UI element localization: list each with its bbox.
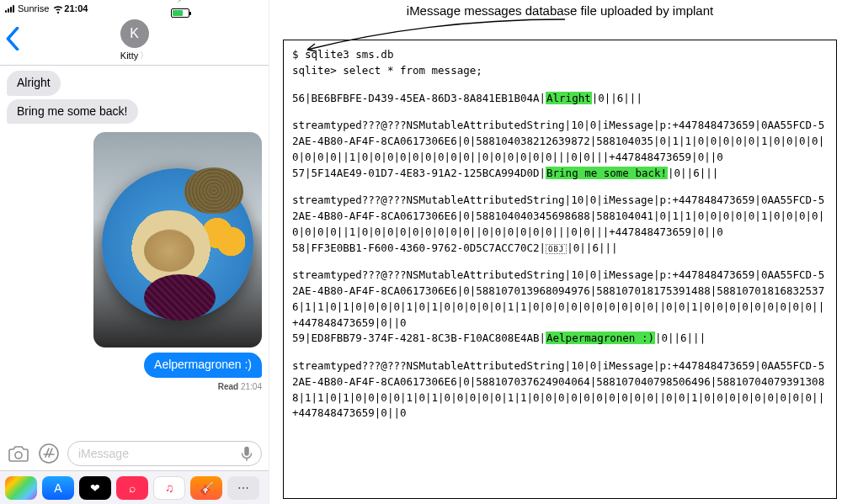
search-app-icon[interactable]: ⌕ [116, 476, 148, 500]
music-app-icon[interactable]: ♫ [153, 476, 185, 500]
signal-icon [5, 5, 14, 13]
appstore-app-icon[interactable]: A [42, 476, 74, 500]
contact-name-button[interactable]: Kitty 〉 [120, 50, 148, 61]
svg-rect-2 [244, 447, 249, 456]
clock-label: 21:04 [64, 3, 88, 13]
message-input[interactable]: iMessage [67, 441, 262, 466]
message-placeholder: iMessage [78, 447, 129, 460]
imessage-app-drawer: A❤⌕♫🎸⋯ [0, 470, 269, 504]
sqlite-terminal: $ sqlite3 sms.dbsqlite> select * from me… [283, 40, 837, 499]
ios-status-bar: Sunrise 21:04 ⚡︎ [0, 0, 269, 15]
incoming-message[interactable]: Alright [7, 71, 61, 96]
figure-caption: iMessage messages database file uploaded… [283, 0, 837, 19]
read-receipt: Read 21:04 [218, 382, 262, 391]
contact-avatar[interactable]: K [120, 19, 149, 48]
charging-icon: ⚡︎ [177, 0, 184, 5]
incoming-message[interactable]: Bring me some back! [7, 99, 138, 125]
camera-icon[interactable] [7, 442, 30, 465]
more-apps-icon[interactable]: ⋯ [227, 476, 259, 500]
chevron-right-icon: 〉 [140, 50, 148, 61]
heart-app-icon[interactable]: ❤ [79, 476, 111, 500]
svg-point-1 [40, 444, 58, 463]
contact-name-label: Kitty [120, 50, 138, 61]
microphone-icon[interactable] [237, 444, 256, 463]
conversation-header: K Kitty 〉 [0, 15, 269, 66]
photos-app-icon[interactable] [5, 476, 37, 500]
outgoing-image-message[interactable] [93, 132, 262, 347]
imessage-screenshot: Sunrise 21:04 ⚡︎ K Kitty 〉 Alright [0, 0, 269, 504]
message-composer: iMessage [0, 437, 269, 470]
wifi-icon [52, 4, 64, 13]
outgoing-message[interactable]: Aelpermagronen :) [144, 353, 262, 378]
garageband-app-icon[interactable]: 🎸 [190, 476, 222, 500]
back-button[interactable] [5, 27, 20, 54]
analysis-panel: iMessage messages database file uploaded… [269, 0, 842, 504]
svg-point-0 [15, 452, 22, 459]
message-thread: Alright Bring me some back! Aelpermagron… [0, 66, 269, 437]
appstore-icon[interactable] [37, 442, 61, 465]
carrier-label: Sunrise [18, 3, 49, 13]
